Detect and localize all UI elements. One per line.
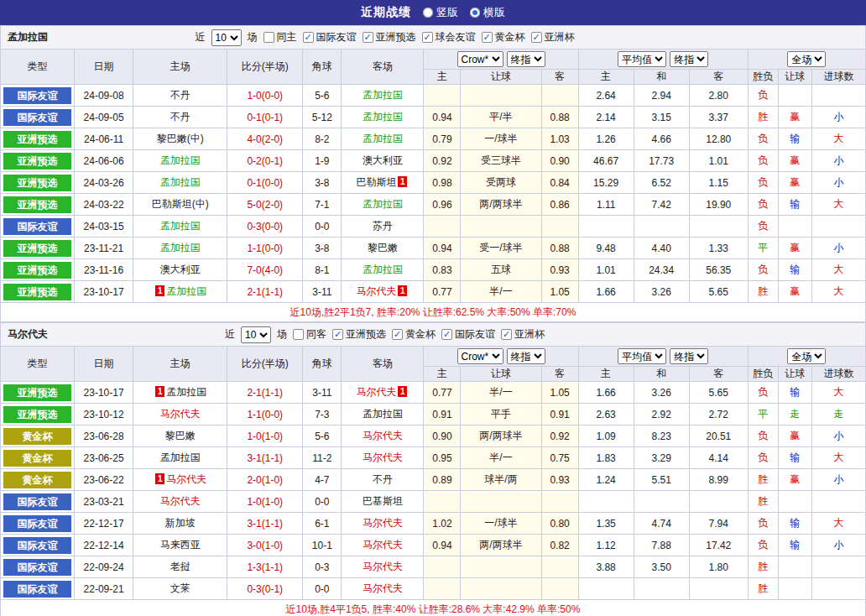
competition-filter[interactable]: ✓亚洲预选 xyxy=(363,30,416,44)
score[interactable]: 4-0(2-0) xyxy=(247,133,283,145)
score[interactable]: 2-1(1-1) xyxy=(247,286,283,298)
score[interactable]: 1-1(0-0) xyxy=(247,409,283,420)
away-team[interactable]: 苏丹 xyxy=(373,220,393,232)
home-team[interactable]: 孟加拉国 xyxy=(160,220,201,232)
home-team[interactable]: 孟加拉国 xyxy=(166,386,206,398)
same-venue-filter[interactable]: 同主 xyxy=(263,30,297,44)
period-select[interactable]: 全场 xyxy=(787,51,826,67)
home-team[interactable]: 新加坡 xyxy=(165,517,196,529)
score[interactable]: 0-3(0-0) xyxy=(247,221,283,232)
away-team[interactable]: 马尔代夫 xyxy=(363,539,403,551)
away-team[interactable]: 马尔代夫 xyxy=(363,430,403,441)
score[interactable]: 7-0(4-0) xyxy=(247,264,283,276)
away-team[interactable]: 孟加拉国 xyxy=(363,89,403,101)
away-team[interactable]: 马尔代夫 xyxy=(363,561,403,572)
competition-filter[interactable]: ✓球会友谊 xyxy=(422,30,476,44)
score[interactable]: 0-1(0-1) xyxy=(247,112,283,123)
home-team[interactable]: 马尔代夫 xyxy=(166,473,206,485)
score[interactable]: 1-0(0-0) xyxy=(247,90,283,102)
score[interactable]: 2-1(1-1) xyxy=(247,387,283,399)
competition-filter[interactable]: ✓亚洲杯 xyxy=(501,327,545,342)
home-team[interactable]: 不丹 xyxy=(170,111,190,123)
away-team[interactable]: 孟加拉国 xyxy=(363,198,403,210)
score[interactable]: 3-1(1-1) xyxy=(247,452,283,464)
competition-filter[interactable]: ✓黄金杯 xyxy=(482,30,525,44)
score[interactable]: 0-1(0-0) xyxy=(247,177,283,189)
away-team[interactable]: 不丹 xyxy=(373,473,393,485)
avg-source-select[interactable]: 平均值 xyxy=(618,51,666,67)
checkbox-checked-icon[interactable]: ✓ xyxy=(531,32,542,43)
home-team[interactable]: 文莱 xyxy=(170,582,190,594)
away-team[interactable]: 澳大利亚 xyxy=(363,154,403,166)
odds-time-select[interactable]: 终指 xyxy=(507,51,545,67)
home-team[interactable]: 澳大利亚 xyxy=(160,264,201,275)
competition-filter[interactable]: ✓亚洲杯 xyxy=(531,30,575,44)
checkbox-unchecked-icon[interactable] xyxy=(293,329,304,340)
checkbox-checked-icon[interactable]: ✓ xyxy=(441,329,452,340)
away-team[interactable]: 黎巴嫩 xyxy=(368,242,398,253)
away-team[interactable]: 马尔代夫 xyxy=(363,452,403,463)
away-team[interactable]: 巴勒斯坦 xyxy=(356,176,396,188)
score[interactable]: 0-3(0-1) xyxy=(247,583,283,595)
home-team[interactable]: 黎巴嫩 xyxy=(165,430,196,441)
checkbox-checked-icon[interactable]: ✓ xyxy=(332,329,343,340)
match-date: 24-03-26 xyxy=(75,172,133,194)
home-team[interactable]: 马尔代夫 xyxy=(160,495,201,507)
checkbox-checked-icon[interactable]: ✓ xyxy=(482,32,493,43)
match-count-select[interactable]: 10 xyxy=(241,326,271,343)
score[interactable]: 1-1(0-0) xyxy=(247,243,283,254)
checkbox-unchecked-icon[interactable] xyxy=(263,32,274,43)
away-team[interactable]: 巴基斯坦 xyxy=(363,495,403,507)
home-team[interactable]: 孟加拉国 xyxy=(160,154,201,166)
home-team[interactable]: 巴勒斯坦(中) xyxy=(152,198,209,210)
score[interactable]: 1-0(1-0) xyxy=(247,431,283,442)
away-team[interactable]: 马尔代夫 xyxy=(356,285,396,297)
home-team[interactable]: 孟加拉国 xyxy=(166,285,206,297)
checkbox-checked-icon[interactable]: ✓ xyxy=(303,32,314,43)
layout-radio-horizontal[interactable]: 横版 xyxy=(470,5,505,20)
score[interactable]: 2-0(1-0) xyxy=(247,474,283,486)
match-count-select[interactable]: 10 xyxy=(211,29,242,46)
score[interactable]: 0-2(0-1) xyxy=(247,155,283,167)
away-team-cell: 马尔代夫 xyxy=(342,425,424,447)
avg-time-select[interactable]: 终指 xyxy=(670,51,708,67)
home-team[interactable]: 黎巴嫩(中) xyxy=(157,133,204,144)
checkbox-checked-icon[interactable]: ✓ xyxy=(422,32,433,43)
bookmaker-select[interactable]: Crow* xyxy=(457,51,503,67)
score[interactable]: 3-1(1-1) xyxy=(247,518,283,530)
away-team[interactable]: 孟加拉国 xyxy=(363,111,403,123)
competition-filter[interactable]: ✓亚洲预选 xyxy=(332,327,386,342)
home-team[interactable]: 孟加拉国 xyxy=(160,176,201,188)
avg-time-select[interactable]: 终指 xyxy=(670,348,708,364)
competition-filter[interactable]: ✓国际友谊 xyxy=(441,327,495,342)
score[interactable]: 5-0(2-0) xyxy=(247,199,283,211)
away-team[interactable]: 孟加拉国 xyxy=(363,264,403,275)
home-team[interactable]: 马来西亚 xyxy=(160,539,201,551)
score[interactable]: 1-0(1-0) xyxy=(247,496,283,508)
checkbox-checked-icon[interactable]: ✓ xyxy=(501,329,512,340)
away-team[interactable]: 马尔代夫 xyxy=(363,517,403,529)
period-select[interactable]: 全场 xyxy=(787,348,826,364)
home-team[interactable]: 不丹 xyxy=(170,89,190,101)
away-team[interactable]: 马尔代夫 xyxy=(356,386,396,398)
competition-filter[interactable]: ✓国际友谊 xyxy=(303,30,357,44)
checkbox-checked-icon[interactable]: ✓ xyxy=(392,329,403,340)
checkbox-checked-icon[interactable]: ✓ xyxy=(363,32,373,43)
score[interactable]: 1-3(1-1) xyxy=(247,561,283,573)
avg-source-select[interactable]: 平均值 xyxy=(618,348,666,364)
odds-time-select[interactable]: 终指 xyxy=(507,348,545,364)
same-venue-filter[interactable]: 同客 xyxy=(293,327,326,342)
match-type-cell: 国际友谊 xyxy=(1,556,75,578)
away-team[interactable]: 马尔代夫 xyxy=(363,582,403,594)
competition-filter[interactable]: ✓黄金杯 xyxy=(392,327,436,342)
home-team[interactable]: 马尔代夫 xyxy=(160,408,201,420)
layout-radio-vertical[interactable]: 竖版 xyxy=(423,5,458,20)
result-value: 输 xyxy=(790,133,800,144)
home-team[interactable]: 孟加拉国 xyxy=(160,242,201,253)
away-team[interactable]: 孟加拉国 xyxy=(363,408,403,420)
score[interactable]: 3-0(1-0) xyxy=(247,540,283,551)
bookmaker-select[interactable]: Crow* xyxy=(457,348,503,364)
home-team[interactable]: 老挝 xyxy=(170,561,190,572)
home-team[interactable]: 孟加拉国 xyxy=(160,452,201,463)
away-team[interactable]: 孟加拉国 xyxy=(363,133,403,144)
